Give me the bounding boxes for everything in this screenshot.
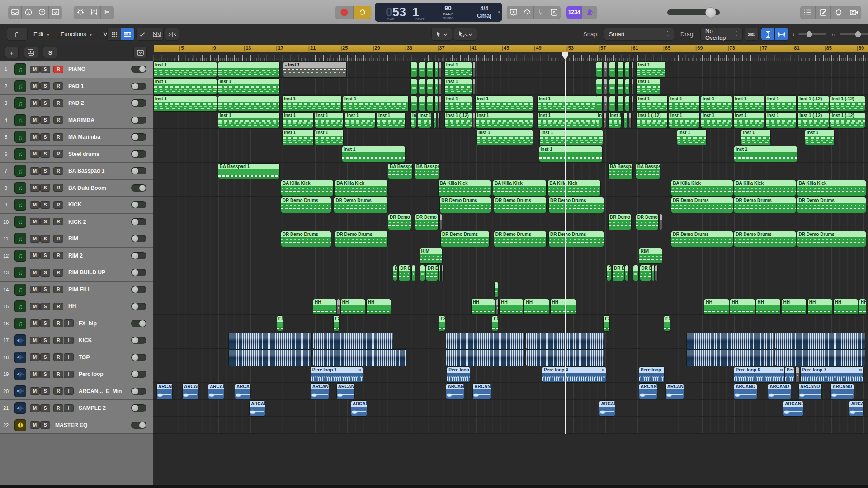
region[interactable]	[412, 265, 415, 281]
track-on-off-toggle[interactable]	[131, 422, 146, 429]
track-name[interactable]: HH	[68, 303, 131, 310]
track-row-perc-loop[interactable]: 19MSRIPerc loop	[0, 366, 153, 383]
region-dr-demo-drums[interactable]: DR Demo Drums	[549, 231, 604, 247]
track-on-off-toggle[interactable]	[131, 252, 146, 259]
track-on-off-toggle[interactable]	[131, 371, 146, 378]
region-dr-demo-drums[interactable]: DR Demo Drums	[549, 197, 604, 213]
lcd-display[interactable]: 0 53 1 BAR BEAT 90 KEEP TEMPO 4/4 Cmaj ▾	[375, 3, 502, 22]
region[interactable]	[596, 79, 602, 94]
mute-button[interactable]: M	[30, 82, 40, 90]
mute-button[interactable]: M	[30, 421, 40, 429]
solo-button[interactable]: S	[40, 99, 50, 107]
track-row-kick[interactable]: 17MSRIKICK	[0, 332, 153, 349]
track-row-rim-build-up[interactable]: 13♫MSRRIM BUILD UP	[0, 264, 153, 282]
midi-note-icon[interactable]: ♫	[14, 284, 26, 296]
audio-waveform-icon[interactable]	[14, 385, 26, 397]
region-ba-basspad[interactable]: BA Basspad	[415, 164, 439, 179]
track-on-off-toggle[interactable]	[131, 201, 146, 208]
record-enable-button[interactable]: R	[53, 184, 63, 192]
mute-button[interactable]: M	[30, 319, 40, 327]
track-on-off-toggle[interactable]	[131, 404, 146, 412]
mute-button[interactable]: M	[30, 66, 40, 73]
track-on-off-toggle[interactable]	[131, 235, 146, 242]
region[interactable]	[411, 96, 417, 111]
region-inst-1[interactable]: Inst 1	[445, 96, 472, 111]
mute-button[interactable]: M	[30, 286, 40, 293]
region-arcand[interactable]: ARCAND	[666, 384, 684, 399]
region-hh[interactable]: HH	[834, 299, 858, 314]
mixer-icon[interactable]	[87, 6, 101, 19]
region[interactable]	[604, 96, 607, 111]
mute-button[interactable]: M	[30, 167, 40, 175]
region-inst-1[interactable]: Inst 1	[538, 96, 600, 111]
vertical-zoom-slider[interactable]: ↕	[792, 31, 826, 37]
record-enable-button[interactable]: R	[53, 319, 63, 327]
region-inst-1[interactable]: Inst 1	[411, 113, 416, 128]
region[interactable]	[495, 282, 498, 297]
region-inst-1[interactable]: Inst 1	[476, 113, 533, 128]
region-inst-1-12-[interactable]: Inst 1 (-12)	[798, 96, 829, 111]
track-on-off-toggle[interactable]	[131, 354, 146, 361]
region-inst-1-12-[interactable]: Inst 1 (-12)	[445, 113, 472, 128]
track-name[interactable]: Steel drums	[68, 151, 131, 157]
record-enable-button[interactable]: R	[53, 235, 63, 243]
region-inst-1[interactable]: Inst 1	[477, 130, 533, 145]
note-pads-icon[interactable]	[816, 6, 831, 19]
audio-take-strip[interactable]	[313, 350, 406, 366]
audio-take-strip[interactable]	[446, 333, 524, 349]
solo-button[interactable]: S	[40, 387, 50, 395]
region-ba-killa-kick[interactable]: BA Killa Kick	[335, 180, 387, 196]
region-fx-bip[interactable]: FX_bip	[277, 316, 283, 331]
track-name[interactable]: SAMPLE 2	[79, 405, 131, 411]
midi-note-icon[interactable]: ♫	[14, 250, 26, 262]
region-inst-1[interactable]: Inst 1	[154, 79, 217, 94]
duplicate-track-button[interactable]	[24, 47, 38, 58]
region-inst-1[interactable]: Inst 1	[315, 130, 343, 145]
record-enable-button[interactable]: R	[53, 286, 63, 293]
record-enable-button[interactable]: R	[53, 150, 63, 158]
region-arcand[interactable]: ARCAND	[183, 384, 198, 399]
input-monitor-button[interactable]: I	[64, 337, 74, 344]
region-inst-1[interactable]: Inst 1	[154, 96, 217, 111]
region[interactable]	[419, 62, 425, 77]
record-enable-button[interactable]: R	[53, 66, 63, 73]
midi-note-icon[interactable]: ♫	[14, 318, 26, 329]
region-inst-1[interactable]: Inst 1	[377, 113, 405, 128]
midi-note-icon[interactable]: ♫	[14, 233, 26, 244]
region-rim[interactable]: RIM	[639, 248, 662, 263]
region-dr-demo-drums[interactable]: DR Demo Drums	[393, 265, 397, 281]
region[interactable]	[596, 62, 602, 77]
region-inst-1[interactable]: Inst 1	[315, 113, 343, 128]
track-name[interactable]: PAD 1	[68, 83, 131, 89]
stack-button[interactable]: S	[43, 47, 57, 58]
track-row-kick-2[interactable]: 10♫MSRKICK 2	[0, 214, 153, 231]
region-inst-1[interactable]: Inst 1	[343, 96, 408, 111]
mute-button[interactable]: M	[30, 116, 40, 124]
crossfade-icon[interactable]	[150, 28, 163, 40]
region-dr-demo-drums[interactable]: DR Demo Drums	[441, 231, 489, 247]
region-ba-basspad-1[interactable]: BA Basspad 1	[218, 164, 279, 179]
region-inst-1[interactable]: Inst 1	[445, 79, 472, 94]
region-inst-1-12-[interactable]: Inst 1 (-12)	[637, 113, 667, 128]
drag-dropdown[interactable]: No Overlap ⌃⌄	[701, 28, 742, 40]
midi-note-icon[interactable]: ♫	[14, 80, 26, 92]
region[interactable]	[625, 79, 629, 94]
region-inst-1[interactable]: Inst 1	[701, 96, 732, 111]
filter-funnel-icon[interactable]	[165, 28, 179, 40]
track-on-off-toggle[interactable]	[131, 66, 146, 73]
pointer-tool-button[interactable]	[432, 28, 452, 40]
region-inst-1[interactable]: Inst 1	[805, 130, 834, 145]
region-hh[interactable]: HH	[367, 299, 391, 314]
midi-note-icon[interactable]: ♫	[14, 300, 26, 312]
lcd-chevron-down-icon[interactable]: ▾	[498, 10, 500, 14]
solo-button[interactable]: S	[40, 235, 50, 243]
region[interactable]	[435, 79, 438, 94]
record-enable-button[interactable]: R	[53, 353, 63, 361]
region[interactable]	[435, 96, 438, 111]
region[interactable]	[633, 265, 638, 281]
input-monitor-button[interactable]: I	[64, 353, 74, 361]
record-enable-button[interactable]: R	[53, 201, 63, 209]
mute-button[interactable]: M	[30, 99, 40, 107]
solo-button[interactable]: S	[40, 66, 50, 73]
region[interactable]	[411, 79, 417, 94]
